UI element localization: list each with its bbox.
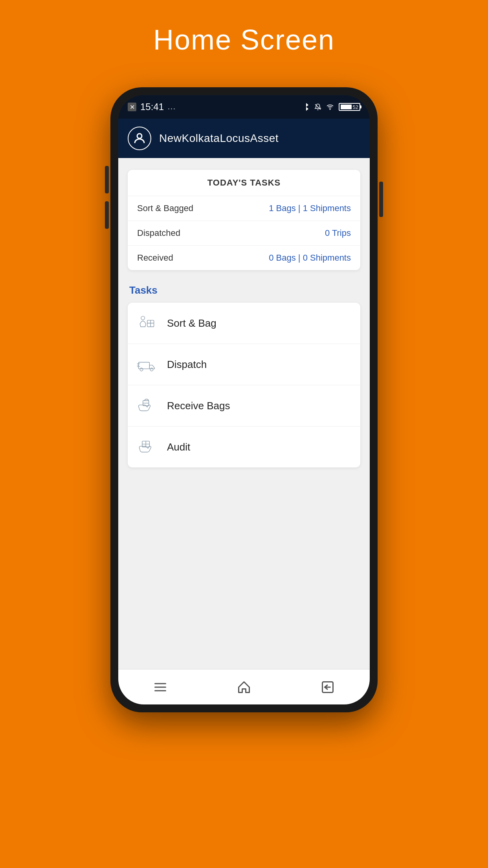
audit-item[interactable]: Audit [128,427,360,467]
status-icons: 52 [303,103,360,111]
received-row: Received 0 Bags | 0 Shipments [128,246,360,270]
receive-bags-item[interactable]: Receive Bags [128,385,360,427]
dispatched-value: 0 Trips [325,228,351,238]
audit-label: Audit [167,441,190,453]
dispatch-label: Dispatch [167,359,207,371]
sort-bag-label: Sort & Bag [167,317,216,329]
wifi-icon [326,103,334,110]
receive-bags-icon [136,395,158,417]
dispatch-icon [136,353,158,375]
avatar[interactable] [128,127,151,150]
todays-tasks-title: TODAY'S TASKS [128,170,360,196]
home-icon [237,680,251,694]
sort-bagged-row: Sort & Bagged 1 Bags | 1 Shipments [128,196,360,221]
todays-tasks-card: TODAY'S TASKS Sort & Bagged 1 Bags | 1 S… [128,170,360,270]
svg-point-9 [150,368,153,371]
sort-bagged-value: 1 Bags | 1 Shipments [269,203,351,213]
battery-icon: 52 [339,103,360,111]
received-value: 0 Bags | 0 Shipments [269,253,351,263]
audit-icon [136,436,158,458]
sort-bag-icon [136,312,158,334]
svg-rect-7 [139,362,150,369]
receive-bags-label: Receive Bags [167,400,230,412]
power-button [379,182,383,217]
svg-point-3 [141,316,145,320]
notification-x: ✕ [128,103,136,111]
page-title: Home Screen [153,24,335,56]
back-icon [321,680,335,694]
sort-bag-item[interactable]: Sort & Bag [128,303,360,344]
svg-point-1 [330,109,330,110]
status-bar: ✕ 15:41 ... [118,95,370,119]
tasks-section-title: Tasks [128,284,360,296]
status-dots: ... [168,103,176,111]
tasks-section: Tasks [128,284,360,467]
header-app-name: NewKolkataLocusAsset [159,132,279,145]
notification-bell-icon [314,103,321,111]
home-nav-item[interactable] [228,677,260,697]
volume-up-button [105,166,109,193]
dispatched-label: Dispatched [137,228,180,238]
status-time: 15:41 [140,101,164,112]
bluetooth-icon [303,103,310,111]
bottom-nav [118,669,370,704]
task-list: Sort & Bag [128,303,360,467]
received-label: Received [137,253,173,263]
app-content: TODAY'S TASKS Sort & Bagged 1 Bags | 1 S… [118,158,370,669]
app-header: NewKolkataLocusAsset [118,119,370,158]
dispatch-item[interactable]: Dispatch [128,344,360,385]
menu-nav-item[interactable] [145,677,176,697]
sort-bagged-label: Sort & Bagged [137,203,193,213]
menu-icon [153,680,167,694]
back-nav-item[interactable] [312,677,343,697]
svg-point-8 [140,368,143,371]
phone-screen: ✕ 15:41 ... [118,95,370,704]
svg-point-2 [137,134,142,138]
volume-down-button [105,201,109,229]
phone-mockup: ✕ 15:41 ... [110,87,378,712]
dispatched-row: Dispatched 0 Trips [128,221,360,246]
user-icon [132,131,147,145]
